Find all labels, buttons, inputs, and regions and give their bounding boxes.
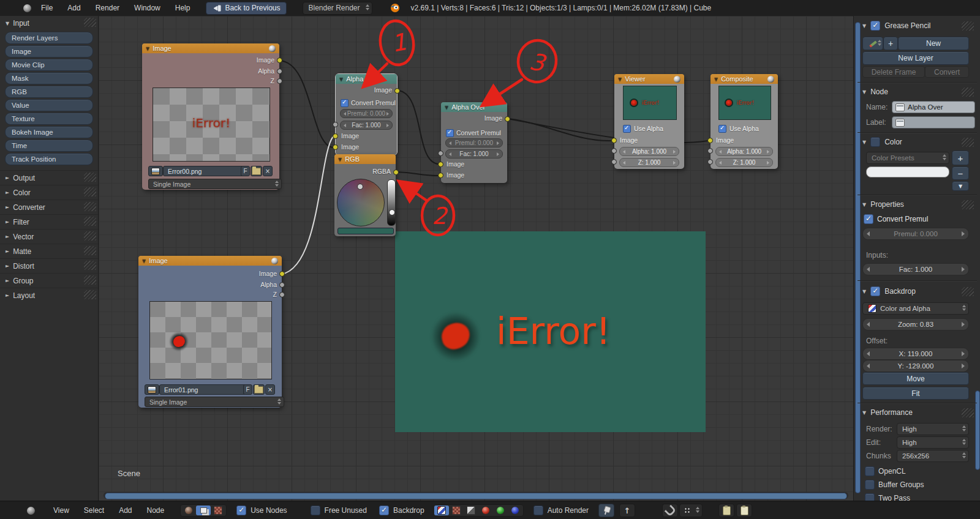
panel-drag-hatch[interactable] [84, 275, 96, 285]
panel-drag-hatch[interactable] [962, 138, 974, 147]
toolshelf-section-filter[interactable]: ►Filter [0, 214, 98, 229]
editor-type-icon[interactable] [23, 4, 31, 12]
socket-image-in[interactable] [707, 138, 713, 143]
render-quality-select[interactable]: High [897, 423, 969, 435]
add-node-rgb[interactable]: RGB [5, 86, 93, 98]
grease-pencil-checkbox[interactable] [870, 21, 880, 31]
toolshelf-section-output[interactable]: ►Output [0, 170, 98, 185]
toolshelf-section-color[interactable]: ►Color [0, 185, 98, 200]
scrollbar-thumb[interactable] [105, 493, 847, 499]
socket-image-out[interactable] [279, 271, 285, 277]
menu-file[interactable]: File [34, 4, 60, 12]
back-to-previous-button[interactable]: Back to Previous [206, 2, 287, 15]
use-nodes-checkbox[interactable] [236, 506, 246, 515]
edit-quality-select[interactable]: High [897, 436, 969, 449]
menu-add[interactable]: Add [111, 506, 139, 515]
panel-drag-hatch[interactable] [962, 200, 974, 209]
panel-header-node[interactable]: ▼ Node [862, 86, 976, 98]
color-value-swatch[interactable] [866, 166, 949, 177]
z-channel-button[interactable] [464, 506, 478, 515]
panel-header-grease-pencil[interactable]: ▼ Grease Pencil [862, 20, 976, 32]
socket-z-out[interactable] [277, 78, 282, 84]
blue-channel-button[interactable] [508, 506, 522, 515]
green-channel-button[interactable] [493, 506, 508, 515]
backdrop-checkbox[interactable] [870, 286, 880, 296]
preset-menu-button[interactable]: ▼ [952, 181, 969, 191]
add-node-time[interactable]: Time [5, 140, 93, 152]
panel-header-performance[interactable]: ▼ Performance [862, 406, 976, 419]
panel-drag-hatch[interactable] [962, 408, 974, 417]
premul-slider[interactable]: Premul: 0.000 [862, 228, 969, 240]
color-alpha-channel-button[interactable] [434, 506, 449, 515]
socket-fac-in[interactable] [333, 122, 338, 127]
gp-convert-button[interactable]: Convert [925, 66, 969, 78]
add-node-texture[interactable]: Texture [5, 113, 93, 125]
backdrop-offset-y-slider[interactable]: Y: -129.000 [862, 360, 969, 372]
panel-header-properties[interactable]: ▼ Properties [862, 198, 976, 211]
socket-alpha-out[interactable] [279, 282, 285, 288]
panel-header-backdrop[interactable]: ▼ Backdrop [862, 285, 976, 297]
socket-alpha-in[interactable] [707, 148, 713, 154]
socket-rgba-out[interactable] [393, 170, 399, 175]
panel-drag-hatch[interactable] [84, 187, 96, 196]
backdrop-move-button[interactable]: Move [862, 372, 969, 385]
toolshelf-section-group[interactable]: ►Group [0, 273, 98, 288]
socket-image-out[interactable] [277, 58, 282, 63]
node-name-field[interactable]: Alpha Over [892, 101, 975, 113]
toolshelf-section-layout[interactable]: ►Layout [0, 288, 98, 302]
paste-nodes-button[interactable] [736, 504, 752, 517]
socket-image-out[interactable] [505, 116, 510, 122]
sidebar-scrollbar[interactable] [855, 22, 861, 493]
add-node-render-layers[interactable]: Render Layers [5, 32, 93, 44]
socket-alpha-in[interactable] [611, 148, 617, 154]
backdrop-channels-select[interactable]: Color and Alpha [862, 302, 969, 315]
backdrop-fit-button[interactable]: Fit [862, 387, 969, 400]
add-node-mask[interactable]: Mask [5, 72, 93, 84]
panel-header-color[interactable]: ▼ Color [862, 136, 976, 148]
menu-render[interactable]: Render [88, 4, 127, 12]
menu-window[interactable]: Window [127, 4, 168, 12]
auto-render-checkbox[interactable] [533, 506, 543, 515]
menu-node[interactable]: Node [140, 506, 172, 515]
toolshelf-section-distort[interactable]: ►Distort [0, 258, 98, 273]
convert-premul-checkbox[interactable] [864, 214, 873, 224]
menu-select[interactable]: Select [77, 506, 111, 515]
add-node-image[interactable]: Image [5, 45, 93, 58]
panel-drag-hatch[interactable] [84, 18, 96, 27]
buffer-groups-checkbox[interactable] [865, 480, 875, 490]
node-editor-canvas[interactable]: iError! ▼ Image Image Alpha Z iEr [99, 16, 853, 501]
opencl-checkbox[interactable] [865, 466, 875, 476]
red-channel-button[interactable] [478, 506, 493, 515]
gp-new-button[interactable]: New [898, 37, 969, 50]
preset-remove-button[interactable]: − [952, 166, 969, 180]
panel-drag-hatch[interactable] [84, 231, 96, 241]
socket-z-in[interactable] [611, 159, 617, 165]
go-to-parent-button[interactable]: ↑ [619, 504, 635, 517]
panel-drag-hatch[interactable] [84, 290, 96, 299]
add-node-bokeh-image[interactable]: Bokeh Image [5, 126, 93, 138]
panel-drag-hatch[interactable] [84, 261, 96, 270]
fac-slider[interactable]: Fac: 1.000 [862, 263, 969, 275]
toolshelf-section-matte[interactable]: ►Matte [0, 244, 98, 258]
texture-nodes-button[interactable] [211, 506, 225, 515]
snap-toggle-button[interactable] [662, 504, 678, 517]
socket-image-out[interactable] [394, 88, 400, 94]
shader-nodes-button[interactable] [181, 506, 196, 515]
add-node-track-position[interactable]: Track Position [5, 153, 93, 165]
socket-z-in[interactable] [707, 159, 713, 165]
gp-new-layer-button[interactable]: New Layer [862, 51, 969, 65]
socket-fac-in[interactable] [438, 151, 443, 156]
alpha-channel-button[interactable] [449, 506, 464, 515]
backdrop-checkbox[interactable] [379, 506, 389, 515]
render-engine-select[interactable]: Blender Render [303, 2, 372, 15]
panel-drag-hatch[interactable] [962, 88, 974, 97]
node-label-field[interactable] [892, 116, 975, 129]
grease-pencil-datablock-button[interactable] [862, 37, 883, 50]
socket-image-in[interactable] [611, 138, 617, 143]
panel-drag-hatch[interactable] [962, 287, 974, 296]
preset-add-button[interactable]: + [952, 151, 969, 165]
gp-add-button[interactable]: + [883, 37, 898, 50]
toolshelf-section-converter[interactable]: ►Converter [0, 200, 98, 214]
menu-view[interactable]: View [46, 506, 77, 515]
socket-alpha-out[interactable] [277, 69, 282, 74]
